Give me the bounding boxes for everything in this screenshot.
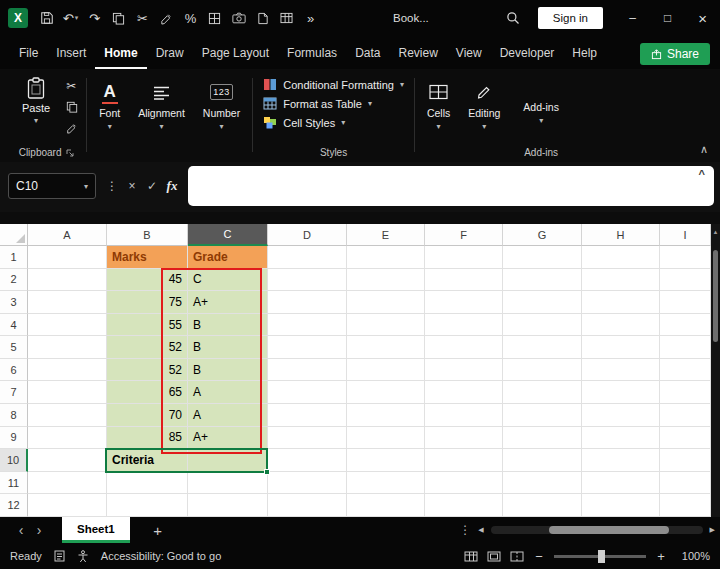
tab-help[interactable]: Help <box>563 38 606 69</box>
share-button[interactable]: Share <box>640 43 710 65</box>
tab-formulas[interactable]: Formulas <box>278 38 346 69</box>
cell[interactable] <box>268 449 347 472</box>
undo-button[interactable]: ↶▾ <box>59 5 82 31</box>
cell[interactable] <box>503 427 582 450</box>
tab-developer[interactable]: Developer <box>491 38 564 69</box>
borders-button[interactable] <box>203 5 226 31</box>
format-painter-button[interactable] <box>155 5 178 31</box>
cell[interactable] <box>107 472 188 495</box>
format-painter-button[interactable] <box>66 121 78 134</box>
vertical-scrollbar[interactable]: ▲ <box>711 224 720 517</box>
cell-grade-c9[interactable]: A+ <box>188 427 268 450</box>
formula-input[interactable]: ^ <box>188 166 714 206</box>
row-header-4[interactable]: 4 <box>0 314 28 337</box>
cell[interactable] <box>503 314 582 337</box>
zoom-level[interactable]: 100% <box>676 550 710 562</box>
cell-marks-b4[interactable]: 55 <box>107 314 188 337</box>
cell[interactable] <box>660 336 711 359</box>
collapse-formula-bar-chevron[interactable]: ^ <box>699 168 705 180</box>
cell[interactable] <box>268 291 347 314</box>
cell-active-c10[interactable] <box>188 449 268 472</box>
cell[interactable] <box>503 494 582 517</box>
paste-button[interactable]: Paste ▾ <box>15 74 57 134</box>
cell[interactable] <box>268 494 347 517</box>
tab-view[interactable]: View <box>447 38 491 69</box>
cell[interactable] <box>268 404 347 427</box>
cell[interactable] <box>188 472 268 495</box>
column-header-g[interactable]: G <box>503 224 582 246</box>
cell-criteria-b10[interactable]: Criteria <box>107 449 188 472</box>
sheet-options-icon[interactable]: ⋮ <box>459 523 471 537</box>
column-header-a[interactable]: A <box>28 224 107 246</box>
cell[interactable] <box>582 427 660 450</box>
minimize-button[interactable]: – <box>615 0 650 36</box>
cell[interactable] <box>107 494 188 517</box>
cell[interactable] <box>503 291 582 314</box>
cell[interactable] <box>660 404 711 427</box>
cell-grade-c4[interactable]: B <box>188 314 268 337</box>
cell[interactable] <box>28 359 107 382</box>
cell[interactable] <box>660 359 711 382</box>
cut-button[interactable]: ✂ <box>131 5 154 31</box>
cell[interactable] <box>28 269 107 292</box>
cell[interactable] <box>503 381 582 404</box>
prev-sheet-icon[interactable]: ‹ <box>12 522 30 538</box>
addins-button[interactable]: Add-ins ▾ <box>514 74 568 125</box>
cell[interactable] <box>425 314 503 337</box>
cell[interactable] <box>28 291 107 314</box>
cell[interactable] <box>268 269 347 292</box>
cell[interactable] <box>268 381 347 404</box>
scroll-right-icon[interactable]: ▶ <box>710 526 715 534</box>
search-icon[interactable] <box>500 5 526 31</box>
row-header-8[interactable]: 8 <box>0 404 28 427</box>
tab-page-layout[interactable]: Page Layout <box>193 38 278 69</box>
cell[interactable] <box>268 427 347 450</box>
cell[interactable] <box>582 269 660 292</box>
cell[interactable] <box>582 381 660 404</box>
cell[interactable] <box>425 246 503 269</box>
workbook-statistics-icon[interactable] <box>54 550 65 562</box>
row-header-12[interactable]: 12 <box>0 494 28 517</box>
normal-view-button[interactable] <box>464 551 478 562</box>
column-header-c[interactable]: C <box>188 224 268 246</box>
horizontal-scroll-thumb[interactable] <box>549 526 669 534</box>
row-header-2[interactable]: 2 <box>0 269 28 292</box>
cell-styles-button[interactable]: Cell Styles ▾ <box>263 116 404 129</box>
cell[interactable] <box>347 494 425 517</box>
cells-group-button[interactable]: Cells ▾ <box>418 74 459 162</box>
cell[interactable] <box>582 336 660 359</box>
zoom-slider[interactable] <box>554 555 646 558</box>
cell[interactable] <box>425 291 503 314</box>
cell-grade-c6[interactable]: B <box>188 359 268 382</box>
column-header-d[interactable]: D <box>268 224 347 246</box>
enter-entry-button[interactable]: ✓ <box>142 179 162 193</box>
cell[interactable] <box>268 314 347 337</box>
cell[interactable] <box>347 291 425 314</box>
cell[interactable] <box>660 427 711 450</box>
row-header-7[interactable]: 7 <box>0 381 28 404</box>
cell[interactable] <box>425 494 503 517</box>
cell[interactable] <box>268 246 347 269</box>
vertical-scroll-thumb[interactable] <box>713 250 718 342</box>
page-layout-view-button[interactable] <box>487 551 501 562</box>
row-header-9[interactable]: 9 <box>0 427 28 450</box>
cell[interactable] <box>347 427 425 450</box>
close-button[interactable]: × <box>685 0 720 36</box>
number-group-button[interactable]: 123 Number ▾ <box>194 74 249 162</box>
row-header-6[interactable]: 6 <box>0 359 28 382</box>
cell[interactable] <box>425 472 503 495</box>
sign-in-button[interactable]: Sign in <box>538 7 603 29</box>
cell[interactable] <box>503 472 582 495</box>
cell[interactable] <box>582 449 660 472</box>
cell[interactable] <box>347 472 425 495</box>
cell[interactable] <box>660 246 711 269</box>
cell[interactable] <box>28 381 107 404</box>
clipboard-dialog-launcher-icon[interactable] <box>66 149 74 157</box>
cell[interactable] <box>660 472 711 495</box>
column-header-f[interactable]: F <box>425 224 503 246</box>
alignment-group-button[interactable]: Alignment ▾ <box>129 74 194 162</box>
cell[interactable] <box>268 359 347 382</box>
cell[interactable] <box>503 269 582 292</box>
cell[interactable] <box>347 269 425 292</box>
cell[interactable] <box>28 246 107 269</box>
